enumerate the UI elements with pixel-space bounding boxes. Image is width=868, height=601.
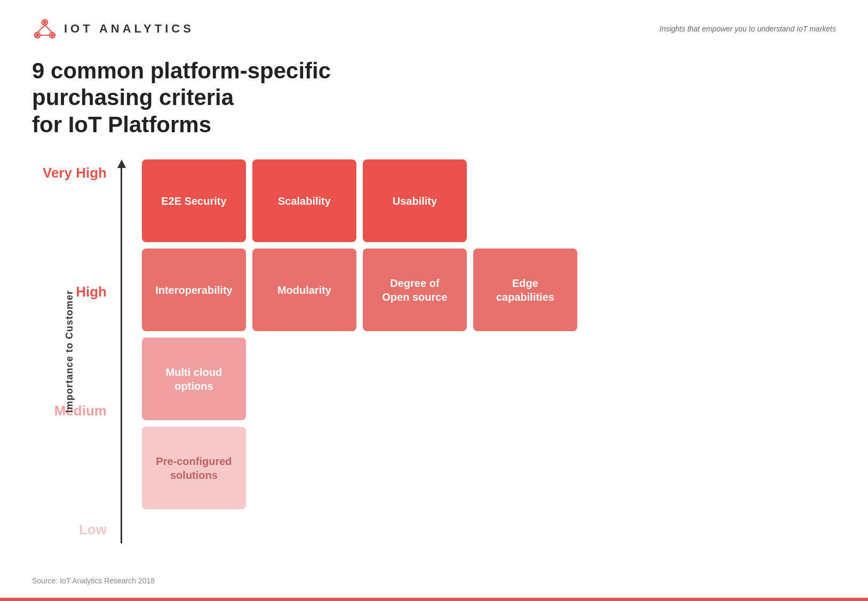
svg-point-6 xyxy=(43,21,46,24)
cell-empty-m3 xyxy=(363,338,467,420)
page-title: 9 common platform-specific purchasing cr… xyxy=(32,58,448,138)
y-label-high: High xyxy=(76,284,107,300)
tagline: Insights that empower you to understand … xyxy=(659,25,836,33)
svg-point-7 xyxy=(36,34,39,37)
cell-multi-cloud: Multi cloudoptions xyxy=(142,338,246,420)
source-text: Source: IoT Analytics Research 2018 xyxy=(32,576,155,585)
svg-line-3 xyxy=(37,25,45,33)
grid-area: E2E Security Scalability Usability Inter… xyxy=(142,159,577,509)
svg-point-8 xyxy=(51,34,54,37)
cell-empty-l2 xyxy=(252,427,356,509)
cell-modularity: Modularity xyxy=(252,249,356,331)
y-label-very-high: Very High xyxy=(43,165,107,181)
cell-empty-vh4 xyxy=(473,159,577,242)
page-wrapper: IOT ANALYTICS Insights that empower you … xyxy=(0,0,868,601)
cell-usability: Usability xyxy=(363,159,467,242)
y-axis-labels: Very High High Medium Low xyxy=(43,159,117,543)
y-axis-importance-label: Importance to Customer xyxy=(64,290,75,413)
very-high-row: E2E Security Scalability Usability xyxy=(142,159,577,242)
low-row: Pre-configuredsolutions xyxy=(142,427,577,509)
y-label-medium: Medium xyxy=(54,403,107,419)
y-axis-line xyxy=(121,168,122,543)
cell-scalability: Scalability xyxy=(252,159,356,242)
y-axis-arrow-head xyxy=(117,159,126,168)
header: IOT ANALYTICS Insights that empower you … xyxy=(32,16,836,42)
y-axis-line-wrapper: Importance to Customer xyxy=(117,159,126,543)
cell-interoperability: Interoperability xyxy=(142,249,246,331)
logo-text: IOT ANALYTICS xyxy=(64,22,194,36)
cell-e2e-security: E2E Security xyxy=(142,159,246,242)
logo-area: IOT ANALYTICS xyxy=(32,16,194,42)
cell-empty-l4 xyxy=(473,427,577,509)
cell-pre-configured: Pre-configuredsolutions xyxy=(142,427,246,509)
cell-empty-m4 xyxy=(473,338,577,420)
cell-empty-m2 xyxy=(252,338,356,420)
logo-icon xyxy=(32,16,58,42)
cell-empty-l3 xyxy=(363,427,467,509)
high-row: Interoperability Modularity Degree ofOpe… xyxy=(142,249,577,331)
chart-area: Very High High Medium Low Importance to … xyxy=(43,159,836,543)
cell-edge-capabilities: Edgecapabilities xyxy=(473,249,577,331)
y-label-low: Low xyxy=(79,522,107,538)
bottom-bar xyxy=(0,598,868,601)
medium-row: Multi cloudoptions xyxy=(142,338,577,420)
svg-line-4 xyxy=(45,25,52,33)
cell-degree-open-source: Degree ofOpen source xyxy=(363,249,467,331)
